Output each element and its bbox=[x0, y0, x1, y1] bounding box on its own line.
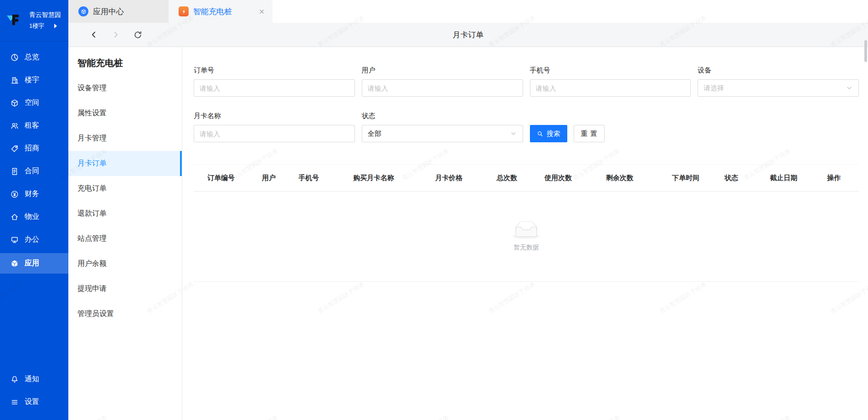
secondary-sidebar: 智能充电桩 设备管理 属性设置 月卡管理 月卡订单 充电订单 退款订单 站点管理… bbox=[68, 47, 182, 420]
submenu-item-admin-settings[interactable]: 管理员设置 bbox=[68, 301, 182, 327]
tab-close-icon[interactable] bbox=[258, 8, 265, 15]
back-button[interactable] bbox=[89, 30, 99, 40]
table-header-row: 订单编号 用户 手机号 购买月卡名称 月卡价格 总次数 使用次数 剩余次数 下单… bbox=[194, 164, 859, 192]
field-label: 用户 bbox=[362, 66, 523, 75]
chevron-down-icon bbox=[510, 130, 517, 137]
sidebar-item-space[interactable]: 空间 bbox=[0, 93, 68, 112]
bell-icon bbox=[10, 375, 19, 384]
sidebar-item-finance[interactable]: 财务 bbox=[0, 185, 68, 203]
charging-app-icon bbox=[179, 6, 189, 16]
submenu-item-user-balance[interactable]: 用户余额 bbox=[68, 251, 182, 276]
sidebar-item-apps[interactable]: 应用 bbox=[0, 253, 68, 274]
document-icon bbox=[10, 167, 19, 176]
submenu-item-monthly-card-mgmt[interactable]: 月卡管理 bbox=[68, 126, 182, 151]
brand-logo-icon bbox=[6, 11, 26, 30]
sidebar-item-office[interactable]: 办公 bbox=[0, 230, 68, 249]
tag-icon bbox=[10, 144, 19, 153]
col-status: 状态 bbox=[724, 174, 770, 182]
submenu-title: 智能充电桩 bbox=[68, 57, 182, 69]
tab-charging-pile[interactable]: 智能充电桩 bbox=[169, 0, 272, 23]
col-total-count: 总次数 bbox=[497, 174, 544, 182]
search-button-label: 搜索 bbox=[547, 130, 560, 138]
primary-nav-bottom: 通知 设置 bbox=[0, 370, 68, 420]
main-panel: 订单号 用户 手机号 设备 请选择 bbox=[182, 47, 868, 420]
search-button[interactable]: 搜索 bbox=[530, 125, 567, 142]
table-empty-state: 暂无数据 bbox=[194, 192, 859, 282]
building-icon bbox=[10, 76, 19, 85]
submenu-item-charging-orders[interactable]: 充电订单 bbox=[68, 176, 182, 201]
field-label: 订单号 bbox=[194, 66, 355, 75]
tab-app-center[interactable]: 应用中心 bbox=[68, 0, 169, 23]
sidebar-item-label: 合同 bbox=[25, 166, 39, 176]
submenu-item-attribute-settings[interactable]: 属性设置 bbox=[68, 101, 182, 126]
forward-button[interactable] bbox=[111, 30, 121, 40]
col-user: 用户 bbox=[262, 174, 298, 182]
sidebar-item-contract[interactable]: 合同 bbox=[0, 162, 68, 181]
sidebar-item-settings[interactable]: 设置 bbox=[0, 393, 68, 411]
col-phone: 手机号 bbox=[298, 174, 353, 182]
sidebar-item-property[interactable]: 物业 bbox=[0, 207, 68, 226]
brand-subtitle: 1楼宇 bbox=[29, 22, 44, 30]
col-deadline: 截止日期 bbox=[770, 174, 827, 182]
order-no-input[interactable] bbox=[194, 79, 355, 97]
primary-nav: 总览 楼宇 空间 租客 招商 合同 bbox=[0, 41, 68, 370]
field-label: 状态 bbox=[362, 112, 523, 120]
people-icon bbox=[10, 121, 19, 130]
field-label: 设备 bbox=[698, 66, 859, 75]
cube-filled-icon bbox=[10, 259, 19, 268]
submenu-item-monthly-card-orders[interactable]: 月卡订单 bbox=[68, 151, 182, 176]
submenu-item-refund-orders[interactable]: 退款订单 bbox=[68, 201, 182, 226]
submenu-item-station-mgmt[interactable]: 站点管理 bbox=[68, 226, 182, 251]
tab-strip: 应用中心 智能充电桩 bbox=[68, 0, 868, 23]
app-center-icon bbox=[78, 6, 88, 16]
col-order-no: 订单编号 bbox=[207, 174, 262, 182]
select-placeholder: 请选择 bbox=[704, 84, 724, 93]
workspace: 应用中心 智能充电桩 月卡订单 bbox=[68, 0, 868, 420]
sidebar-item-label: 应用 bbox=[25, 259, 39, 268]
col-card-name: 购买月卡名称 bbox=[353, 174, 435, 182]
filter-form: 订单号 用户 手机号 设备 请选择 bbox=[194, 66, 859, 142]
sidebar-item-investment[interactable]: 招商 bbox=[0, 139, 68, 158]
page-title: 月卡订单 bbox=[68, 30, 868, 40]
brand-text: 青云智慧园 1楼宇 bbox=[29, 11, 63, 30]
status-select[interactable]: 全部 bbox=[362, 125, 523, 142]
house-icon bbox=[10, 213, 19, 222]
sidebar-item-label: 租客 bbox=[25, 121, 39, 130]
expand-caret-icon[interactable] bbox=[54, 24, 57, 28]
submenu-item-withdrawal-requests[interactable]: 提现申请 bbox=[68, 276, 182, 301]
sidebar-item-building[interactable]: 楼宇 bbox=[0, 71, 68, 89]
content-area: 智能充电桩 设备管理 属性设置 月卡管理 月卡订单 充电订单 退款订单 站点管理… bbox=[68, 47, 868, 420]
filter-field-user: 用户 bbox=[362, 66, 523, 97]
overview-icon bbox=[10, 53, 19, 62]
yuan-circle-icon bbox=[10, 190, 19, 199]
filter-field-phone: 手机号 bbox=[530, 66, 691, 97]
card-name-input[interactable] bbox=[194, 125, 355, 142]
empty-text: 暂无数据 bbox=[514, 244, 539, 252]
select-value: 全部 bbox=[368, 130, 381, 138]
refresh-button[interactable] bbox=[133, 30, 143, 40]
brand-block[interactable]: 青云智慧园 1楼宇 bbox=[0, 0, 68, 41]
sidebar-item-tenant[interactable]: 租客 bbox=[0, 116, 68, 135]
filter-field-card-name: 月卡名称 bbox=[194, 112, 355, 142]
submenu-item-device-mgmt[interactable]: 设备管理 bbox=[68, 76, 182, 101]
phone-input[interactable] bbox=[530, 79, 691, 97]
field-label: 月卡名称 bbox=[194, 112, 355, 120]
tab-label: 智能充电桩 bbox=[193, 6, 232, 17]
filter-field-device: 设备 请选择 bbox=[698, 66, 859, 97]
tab-label: 应用中心 bbox=[93, 6, 124, 17]
col-actions: 操作 bbox=[827, 174, 868, 182]
sidebar-item-label: 招商 bbox=[25, 144, 39, 153]
chevron-down-icon bbox=[846, 84, 853, 92]
menu-lines-icon bbox=[10, 398, 19, 407]
sidebar-item-overview[interactable]: 总览 bbox=[0, 48, 68, 67]
device-select[interactable]: 请选择 bbox=[698, 79, 859, 97]
vertical-scrollbar[interactable] bbox=[864, 40, 867, 62]
filter-field-order-no: 订单号 bbox=[194, 66, 355, 97]
empty-box-icon bbox=[512, 221, 541, 240]
reset-button[interactable]: 重置 bbox=[574, 125, 605, 142]
search-icon bbox=[537, 130, 544, 137]
sidebar-item-label: 财务 bbox=[25, 189, 39, 199]
sidebar-item-notifications[interactable]: 通知 bbox=[0, 370, 68, 389]
user-input[interactable] bbox=[362, 79, 523, 97]
col-order-time: 下单时间 bbox=[672, 174, 724, 182]
